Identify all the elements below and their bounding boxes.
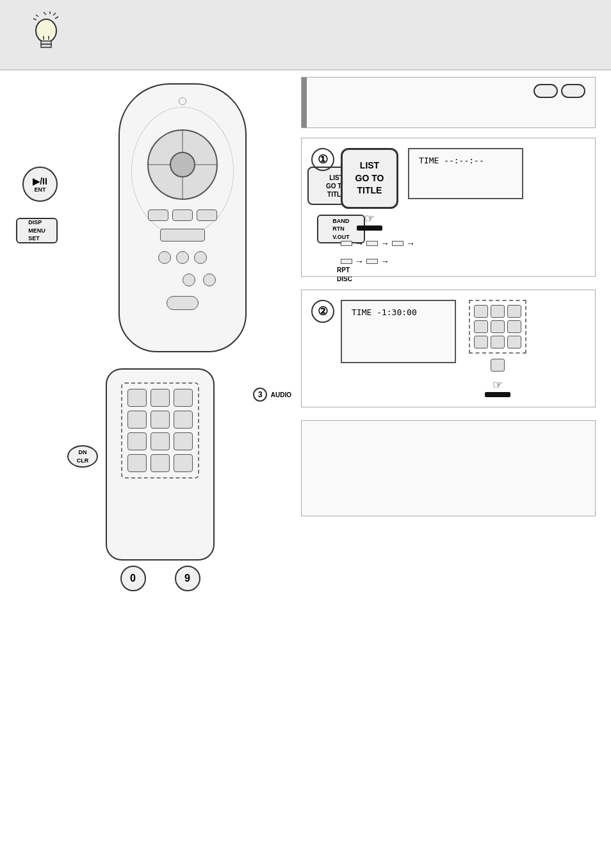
seq-box-3 [392, 241, 403, 246]
sm-key-6[interactable] [507, 320, 521, 333]
dpad-outer-ring[interactable] [147, 129, 218, 200]
step-2-section: ② TIME -1:30:00 [301, 290, 596, 407]
step-1-section: ① LIST GO TO TITLE ☞ [301, 138, 596, 277]
circle-btn-3[interactable] [194, 251, 207, 264]
seq-box-4 [341, 259, 352, 264]
oval-2 [561, 84, 585, 98]
header-bar [0, 0, 611, 70]
arrow-sequence-2: → → [341, 256, 585, 266]
arrow-sequence-1: → → → [341, 238, 585, 249]
key-2[interactable] [151, 389, 170, 407]
key-7[interactable] [127, 432, 147, 450]
tv-display-2: TIME -1:30:00 [341, 300, 456, 363]
key-hash[interactable] [174, 454, 193, 472]
sm-key-4[interactable] [474, 320, 488, 333]
list-goto-button-wrapper: LIST GO TO TITLE ☞ [341, 148, 398, 231]
sm-key-9[interactable] [507, 336, 521, 348]
key-0[interactable] [151, 454, 170, 472]
svg-line-2 [53, 13, 56, 15]
key-4[interactable] [127, 411, 147, 429]
svg-point-6 [36, 19, 56, 42]
disp-label: DISP MENU SET [28, 218, 45, 243]
ir-sensor [179, 97, 186, 105]
play-pause-icon: ▶/II [33, 176, 47, 186]
arrow-5: → [380, 256, 389, 266]
dn-clr-label: DNCLR [77, 448, 89, 464]
left-column: ▶/II ENT DISP MENU SET LIST GO TO TITLE … [19, 83, 263, 591]
wide-btn[interactable] [160, 229, 205, 242]
step-1-content: LIST GO TO TITLE ☞ TI [341, 148, 585, 266]
right-column: ① LIST GO TO TITLE ☞ [301, 77, 596, 516]
svg-line-3 [55, 17, 58, 19]
btn-top-mid[interactable] [172, 209, 193, 221]
top-info-box [301, 77, 596, 128]
tv-display-1: TIME --:--:-- [408, 148, 523, 199]
keypad-remote-body [106, 368, 215, 561]
accent-bar [302, 78, 307, 127]
btn-top-left[interactable] [148, 209, 168, 221]
zero-nine-row: 0 9 [106, 566, 215, 591]
dpad[interactable] [147, 129, 218, 200]
key-9[interactable] [174, 432, 193, 450]
key-3[interactable] [174, 389, 193, 407]
disp-menu-set-button[interactable]: DISP MENU SET [16, 218, 58, 243]
rpt-btn-1[interactable] [183, 274, 195, 286]
ent-button[interactable]: ▶/II ENT [22, 167, 58, 202]
arrow-4: → [355, 256, 364, 266]
main-content: ▶/II ENT DISP MENU SET LIST GO TO TITLE … [0, 70, 611, 868]
keypad-section: DNCLR 3 AUDIO [70, 368, 295, 591]
arrow-2: → [380, 238, 389, 249]
sm-key-0[interactable] [491, 359, 505, 372]
key-1[interactable] [127, 389, 147, 407]
zero-circle: 0 [120, 566, 146, 591]
sm-key-8[interactable] [491, 336, 505, 348]
step-2-content: TIME -1:30:00 [341, 300, 585, 397]
rpt-btn-2[interactable] [203, 274, 216, 286]
press-bar-2 [485, 392, 510, 397]
rpt-buttons-row [166, 274, 199, 286]
sm-key-3[interactable] [507, 305, 521, 318]
keypad-bottom-row [469, 359, 526, 375]
remote-body [118, 83, 247, 352]
audio-num-circle: 3 [253, 388, 267, 402]
arrow-3: → [406, 238, 415, 249]
step-2-number: ② [311, 300, 334, 323]
audio-label: 3 AUDIO [253, 388, 291, 402]
keypad-grid [121, 382, 199, 479]
press-bar [357, 225, 382, 231]
btn-top-right[interactable] [197, 209, 217, 221]
sm-key-7[interactable] [474, 336, 488, 348]
seq-box-5 [366, 259, 378, 264]
small-circles-row [158, 251, 207, 264]
sm-key-5[interactable] [491, 320, 505, 333]
list-big-label: LIST [360, 160, 379, 172]
key-8[interactable] [151, 432, 170, 450]
dpad-center-btn[interactable] [170, 152, 195, 177]
keypad-small-wrapper: ☞ [469, 300, 526, 397]
key-6[interactable] [174, 411, 193, 429]
step-1-number: ① [311, 148, 334, 171]
keypad-small-grid [469, 300, 526, 354]
lightbulb-icon [26, 12, 67, 60]
svg-line-4 [36, 15, 38, 17]
sm-key-1[interactable] [474, 305, 488, 318]
key-star[interactable] [127, 454, 147, 472]
goto-big-label: GO TO [355, 172, 384, 185]
button-row-2 [160, 229, 205, 242]
ent-label: ENT [35, 186, 46, 193]
key-5[interactable] [151, 411, 170, 429]
finger-icon: ☞ [364, 211, 375, 225]
seq-box-1 [341, 241, 352, 246]
circle-btn-2[interactable] [176, 251, 189, 264]
title-big-label: TITLE [357, 184, 382, 197]
svg-rect-8 [41, 44, 51, 47]
oval-btn[interactable] [167, 296, 199, 310]
svg-line-0 [44, 12, 46, 15]
remote-control-wrapper: ▶/II ENT DISP MENU SET LIST GO TO TITLE … [70, 83, 295, 352]
list-goto-title-big-button[interactable]: LIST GO TO TITLE [341, 148, 398, 209]
circle-btn-1[interactable] [158, 251, 171, 264]
seq-box-2 [366, 241, 378, 246]
dn-clr-button[interactable]: DNCLR [67, 445, 98, 468]
two-ovals [534, 84, 585, 98]
sm-key-2[interactable] [491, 305, 505, 318]
